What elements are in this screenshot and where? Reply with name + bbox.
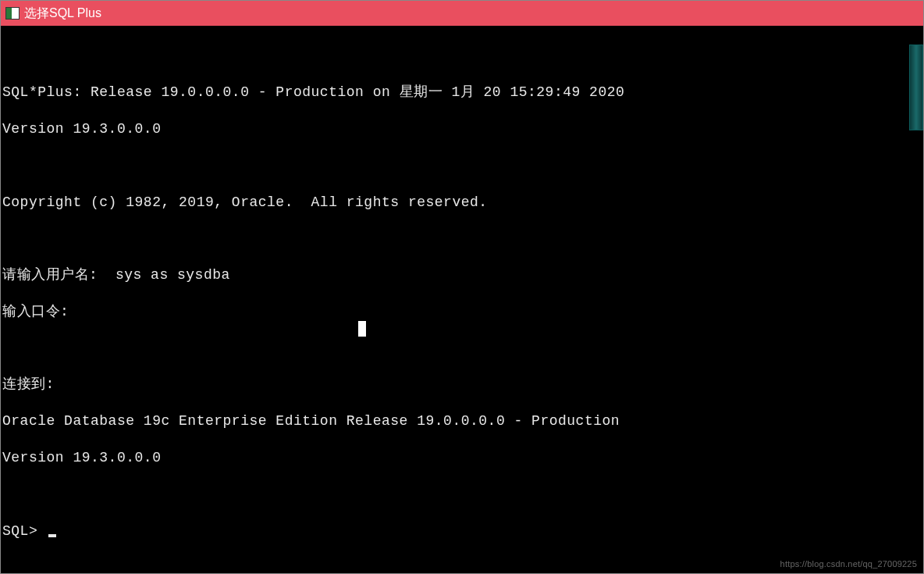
terminal-output[interactable]: SQL*Plus: Release 19.0.0.0.0 - Productio… bbox=[1, 26, 923, 573]
terminal-line bbox=[2, 230, 922, 248]
sql-prompt: SQL> bbox=[2, 523, 47, 539]
terminal-line bbox=[2, 340, 922, 358]
app-icon bbox=[5, 7, 20, 20]
terminal-line bbox=[2, 486, 922, 504]
window-titlebar[interactable]: 选择SQL Plus bbox=[1, 1, 923, 26]
terminal-line: Copyright (c) 1982, 2019, Oracle. All ri… bbox=[2, 194, 922, 212]
terminal-line bbox=[2, 157, 922, 175]
terminal-line: 输入口令: bbox=[2, 303, 922, 321]
sql-prompt-line: SQL> bbox=[2, 522, 922, 540]
terminal-line: SQL*Plus: Release 19.0.0.0.0 - Productio… bbox=[2, 84, 922, 102]
terminal-line: 连接到: bbox=[2, 376, 922, 394]
cursor-icon bbox=[48, 534, 56, 537]
terminal-line bbox=[2, 47, 922, 65]
window-title: 选择SQL Plus bbox=[24, 5, 101, 22]
selection-block bbox=[358, 321, 366, 337]
terminal-line: 请输入用户名: sys as sysdba bbox=[2, 266, 922, 284]
scrollbar-thumb[interactable] bbox=[909, 45, 923, 130]
terminal-line: Oracle Database 19c Enterprise Edition R… bbox=[2, 412, 922, 430]
watermark-text: https://blog.csdn.net/qq_27009225 bbox=[780, 559, 917, 569]
terminal-line: Version 19.3.0.0.0 bbox=[2, 449, 922, 467]
terminal-line: Version 19.3.0.0.0 bbox=[2, 120, 922, 138]
